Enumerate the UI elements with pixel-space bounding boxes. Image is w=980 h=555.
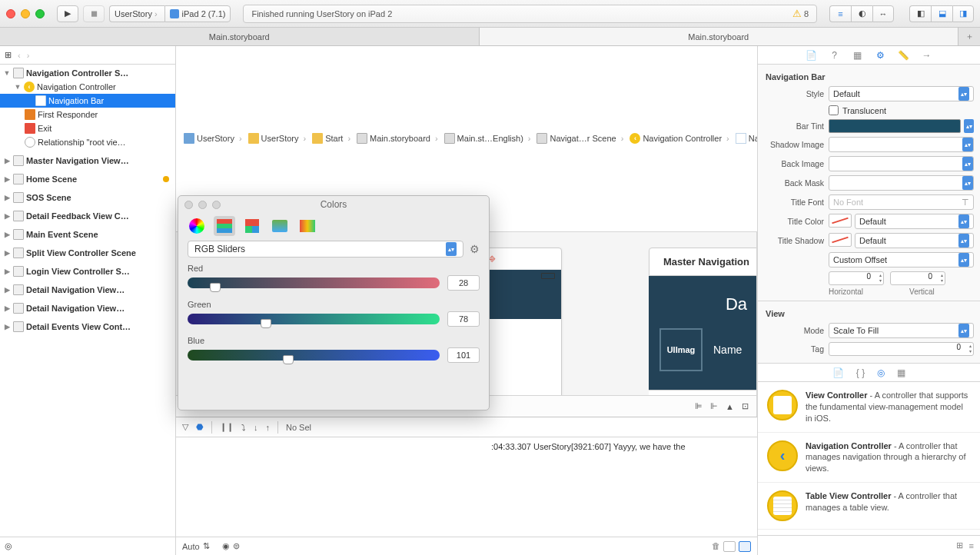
relationship-row[interactable]: Relationship "root vie… bbox=[0, 135, 175, 149]
adjacent-scene[interactable]: Master Navigation Da UIImag Name Prototy… bbox=[649, 248, 757, 417]
size-inspector-tab[interactable]: 📏 bbox=[898, 49, 910, 61]
scene-item[interactable]: ▶Login View Controller S… bbox=[0, 264, 175, 278]
standard-editor-button[interactable]: ≡ bbox=[829, 5, 851, 22]
scheme-target[interactable]: UserStory › bbox=[109, 5, 164, 22]
title-shadow-swatch[interactable] bbox=[829, 233, 852, 247]
console-output[interactable]: :04:33.307 UserStory[3921:607] Yayyy, we… bbox=[176, 437, 757, 537]
red-value[interactable]: 28 bbox=[447, 275, 480, 291]
style-select[interactable]: Default▴▾ bbox=[829, 86, 974, 101]
first-responder-row[interactable]: First Responder bbox=[0, 108, 175, 121]
align-button[interactable]: ⊫ bbox=[695, 401, 703, 411]
step-in-button[interactable]: ↓ bbox=[254, 423, 258, 432]
color-palettes-tab[interactable] bbox=[241, 216, 263, 236]
title-color-select[interactable]: Default▴▾ bbox=[855, 214, 974, 229]
green-slider[interactable] bbox=[188, 314, 440, 324]
file-template-tab[interactable]: 📄 bbox=[832, 367, 844, 378]
exit-row[interactable]: Exit bbox=[0, 121, 175, 135]
scene-item[interactable]: ▶Detail Feedback View C… bbox=[0, 209, 175, 223]
offset-v-input[interactable]: 0▴▾ bbox=[890, 271, 945, 285]
file-inspector-tab[interactable]: 📄 bbox=[806, 49, 818, 61]
object-library-tab[interactable]: ◎ bbox=[877, 367, 885, 378]
colors-titlebar[interactable]: Colors bbox=[178, 196, 489, 213]
breakpoints-button[interactable]: ⬣ bbox=[196, 422, 204, 432]
quick-help-tab[interactable]: ? bbox=[829, 49, 841, 61]
navbar-row[interactable]: Navigation Bar bbox=[0, 94, 175, 108]
scene-item[interactable]: ▶Detail Events View Cont… bbox=[0, 320, 175, 334]
back-image-select[interactable]: ▴▾ bbox=[829, 156, 974, 171]
scene-item[interactable]: ▶Detail Navigation View… bbox=[0, 301, 175, 315]
variables-scope[interactable]: Auto⇅ ◉ ⊜ bbox=[182, 541, 240, 551]
minimize-window[interactable] bbox=[21, 9, 30, 18]
scheme-device[interactable]: iPad 2 (7.1) bbox=[164, 5, 231, 22]
code-snippet-tab[interactable]: { } bbox=[856, 367, 865, 378]
title-color-swatch[interactable] bbox=[829, 214, 852, 228]
stop-button[interactable]: ◼ bbox=[83, 5, 105, 22]
identity-inspector-tab[interactable]: ▦ bbox=[852, 49, 864, 61]
connections-inspector-tab[interactable]: → bbox=[921, 49, 933, 61]
resolve-button[interactable]: ▲ bbox=[726, 402, 734, 411]
scene-item[interactable]: ▶Split View Controller Scene bbox=[0, 246, 175, 260]
pencils-tab[interactable] bbox=[297, 216, 318, 236]
close-window[interactable] bbox=[6, 9, 15, 18]
red-slider[interactable] bbox=[188, 278, 440, 288]
eye-icon[interactable]: ◉ bbox=[222, 541, 230, 551]
variables-view-toggle[interactable] bbox=[723, 541, 736, 552]
scene-item[interactable]: ▶Main Event Scene bbox=[0, 228, 175, 241]
library-grid-toggle[interactable]: ⊞ bbox=[956, 540, 963, 550]
colors-gear-icon[interactable]: ⚙ bbox=[470, 243, 480, 255]
console-view-toggle[interactable] bbox=[739, 541, 751, 552]
library-list[interactable]: View Controller - A controller that supp… bbox=[758, 382, 980, 535]
image-palettes-tab[interactable] bbox=[269, 216, 291, 236]
outline-filter-input[interactable] bbox=[17, 542, 171, 551]
outline-back[interactable]: ‹ bbox=[18, 51, 21, 60]
scene-item[interactable]: ▶Master Navigation View… bbox=[0, 154, 175, 168]
outline-grid-icon[interactable]: ⊞ bbox=[5, 50, 12, 60]
scene-item[interactable]: ▶SOS Scene bbox=[0, 191, 175, 204]
tab-right[interactable]: Main.storyboard bbox=[480, 28, 959, 45]
toggle-utilities-button[interactable]: ◨ bbox=[952, 5, 974, 22]
trash-icon[interactable]: 🗑 bbox=[712, 541, 720, 552]
mode-select[interactable]: Scale To Fill▴▾ bbox=[829, 323, 974, 338]
library-item-table-controller[interactable]: Table View Controller - A controller tha… bbox=[758, 483, 980, 530]
custom-offset-select[interactable]: Custom Offset▴▾ bbox=[829, 252, 974, 268]
hide-debug-button[interactable]: ▽ bbox=[182, 422, 188, 432]
toggle-navigator-button[interactable]: ◧ bbox=[909, 5, 931, 22]
scene-row[interactable]: ▼Navigation Controller S… bbox=[0, 66, 175, 80]
translucent-checkbox[interactable] bbox=[829, 105, 839, 115]
library-list-toggle[interactable]: ≡ bbox=[969, 541, 974, 550]
scene-item[interactable]: ▶Home Scene bbox=[0, 172, 175, 186]
zoom-window[interactable] bbox=[35, 9, 45, 18]
colors-panel[interactable]: Colors RGB Sliders ▴▾ ⚙ Red 28 Green 78 … bbox=[178, 195, 490, 410]
back-mask-select[interactable]: ▴▾ bbox=[829, 175, 974, 191]
step-out-button[interactable]: ↑ bbox=[266, 423, 271, 432]
toggle-debug-button[interactable]: ⬓ bbox=[931, 5, 952, 22]
warnings-indicator[interactable]: ⚠ 8 bbox=[792, 8, 809, 19]
run-button[interactable]: ▶ bbox=[57, 5, 78, 22]
pin-button[interactable]: ⊩ bbox=[710, 401, 718, 411]
color-sliders-tab[interactable] bbox=[214, 216, 235, 236]
tag-input[interactable]: 0▴▾ bbox=[829, 342, 974, 356]
bar-tint-color[interactable] bbox=[829, 119, 961, 133]
color-wheel-tab[interactable] bbox=[186, 216, 208, 236]
outline-forward[interactable]: › bbox=[27, 51, 30, 60]
pause-button[interactable]: ❙❙ bbox=[220, 422, 234, 432]
attributes-inspector-tab[interactable]: ⚙ bbox=[875, 49, 887, 61]
controller-row[interactable]: ▼‹Navigation Controller bbox=[0, 80, 175, 94]
slider-mode-select[interactable]: RGB Sliders ▴▾ bbox=[188, 241, 463, 258]
step-over-button[interactable]: ⤵ bbox=[241, 423, 246, 432]
green-value[interactable]: 78 bbox=[447, 311, 480, 327]
tab-left[interactable]: Main.storyboard bbox=[0, 28, 480, 45]
assistant-editor-button[interactable]: ◐ bbox=[851, 5, 872, 22]
title-shadow-select[interactable]: Default▴▾ bbox=[855, 233, 974, 248]
version-editor-button[interactable]: ↔ bbox=[872, 5, 894, 22]
library-item-nav-controller[interactable]: ‹ Navigation Controller - A controller t… bbox=[758, 433, 980, 484]
title-font-select[interactable]: No Font⊤ bbox=[829, 194, 974, 210]
media-library-tab[interactable]: ▦ bbox=[897, 367, 905, 378]
blue-slider[interactable] bbox=[188, 350, 440, 361]
shadow-image-select[interactable]: ▴▾ bbox=[829, 137, 974, 152]
library-item-view-controller[interactable]: View Controller - A controller that supp… bbox=[758, 382, 980, 433]
print-icon[interactable]: ⊜ bbox=[233, 541, 240, 551]
resize-button[interactable]: ⊡ bbox=[742, 401, 749, 411]
offset-h-input[interactable]: 0▴▾ bbox=[829, 271, 884, 285]
blue-value[interactable]: 101 bbox=[447, 347, 480, 363]
